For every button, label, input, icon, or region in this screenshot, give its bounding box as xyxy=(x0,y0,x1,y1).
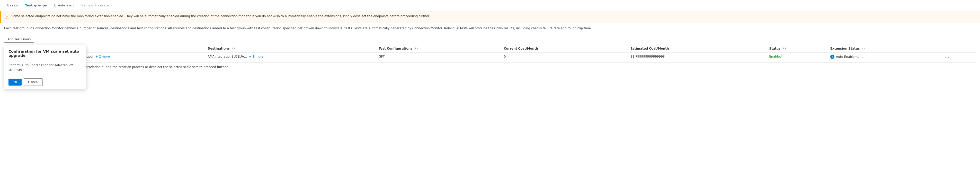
modal-title: Confirmation for VM scale set auto upgra… xyxy=(4,45,86,60)
modal-footer: OK Cancel xyxy=(4,75,86,80)
tab-test-groups[interactable]: Test groups xyxy=(22,0,50,11)
sort-estimated-cost[interactable]: ↑↓ xyxy=(671,48,675,50)
add-test-group-button[interactable]: Add Test Group xyxy=(4,36,34,43)
description-text: Each test group in Connection Monitor de… xyxy=(0,23,980,34)
cell-more-options: ··· xyxy=(941,53,976,63)
cell-current-cost: 0 xyxy=(502,53,628,63)
tab-basics[interactable]: Basics xyxy=(4,0,21,11)
tab-create-alert[interactable]: Create alert xyxy=(51,0,77,11)
sort-test-configs[interactable]: ↑↓ xyxy=(415,48,418,50)
more-options-button[interactable]: ··· xyxy=(943,55,951,60)
col-header-destinations: Destinations ↑↓ xyxy=(205,45,377,53)
sort-destinations[interactable]: ↑↓ xyxy=(232,48,235,50)
extension-status-icon: 3 xyxy=(830,55,834,59)
col-header-estimated-cost: Estimated Cost/Month ↑↓ xyxy=(628,45,767,53)
col-header-status: Status ↑↓ xyxy=(767,45,828,53)
warning-icon: ⚠ xyxy=(5,14,9,20)
table-warning: Watcher extension enablement. Kindly all… xyxy=(0,63,980,71)
cell-destinations: AMAIntegrationEU2EUA... + 1 more xyxy=(205,53,377,63)
cell-extension-status: 3 Auto Enablement xyxy=(828,53,941,63)
modal-ok-button[interactable]: OK xyxy=(8,79,22,80)
col-header-current-cost: Current Cost/Month ↑↓ xyxy=(502,45,628,53)
sort-extension-status[interactable]: ↑↓ xyxy=(862,48,866,50)
modal-dialog: Confirmation for VM scale set auto upgra… xyxy=(4,45,86,80)
cell-estimated-cost: $1.799999999999998 xyxy=(628,53,767,63)
toolbar: Add Test Group xyxy=(0,34,980,45)
warning-text: Some selected endpoints do not have the … xyxy=(11,14,429,19)
checkbox-area: Enable Network watcher extension ⓘ xyxy=(0,71,980,80)
modal-body: Confirm auto upgradation for selected VM… xyxy=(4,60,86,75)
cell-test-configurations: GFTI xyxy=(377,53,502,63)
table-row: SCFAC Vnet1(anujaintopo) + 2 more AMAInt… xyxy=(4,53,976,63)
test-groups-table-container: Name ↑↓ Sources ↑↓ Destinations ↑↓ Test … xyxy=(0,45,980,63)
modal-cancel-button[interactable]: Cancel xyxy=(24,78,43,80)
warning-banner: ⚠ Some selected endpoints do not have th… xyxy=(0,11,980,23)
destinations-more-link[interactable]: + 1 more xyxy=(249,55,263,58)
test-groups-table: Name ↑↓ Sources ↑↓ Destinations ↑↓ Test … xyxy=(4,45,976,63)
tab-review-create[interactable]: Review + create xyxy=(78,0,112,11)
col-header-extension-status: Extension Status ↑↓ xyxy=(828,45,941,53)
top-navigation: Basics Test groups Create alert Review +… xyxy=(0,0,980,11)
sources-more-link[interactable]: + 2 more xyxy=(95,55,110,58)
cell-status: Enabled xyxy=(767,53,828,63)
sort-current-cost[interactable]: ↑↓ xyxy=(540,48,544,50)
col-header-test-configurations: Test Configurations ↑↓ xyxy=(377,45,502,53)
sort-status[interactable]: ↑↓ xyxy=(783,48,787,50)
